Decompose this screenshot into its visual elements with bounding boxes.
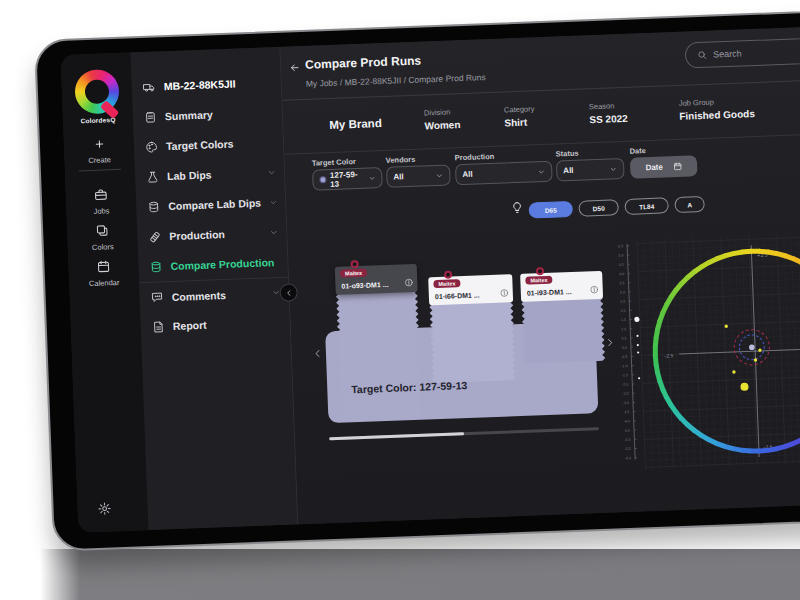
sidebar-item-label: Compare Lab Dips [168,197,261,212]
illuminant-d50-button[interactable]: D50 [578,199,619,216]
main-content: Compare Prod Runs My Jobs / MB-22-88K5JI… [280,24,800,524]
production-run-swatch [429,301,516,383]
scroll-right-arrow[interactable] [604,336,616,348]
info-icon[interactable] [404,278,413,287]
rail-item-jobs[interactable]: Jobs [66,186,137,217]
status-dropdown[interactable]: All [556,158,625,182]
filter-label-date: Date [629,146,646,156]
svg-text:1.5: 1.5 [621,318,626,322]
briefcase-icon [94,187,109,202]
svg-text:4.5: 4.5 [619,263,624,267]
svg-text:-6.0: -6.0 [625,456,631,460]
svg-text:2.5: 2.5 [620,300,625,304]
svg-text:2.0: 2.0 [620,309,625,313]
create-button[interactable]: Create [64,134,135,166]
svg-text:-4.0: -4.0 [623,419,629,423]
tablet-device: ColordesQ Create Jobs Colors Calendar [34,7,800,552]
vendors-dropdown[interactable]: All [386,164,451,187]
production-card-1[interactable]: Maitex 01-o93-DM1 ... [335,264,418,295]
rail-item-label: Jobs [66,205,136,217]
palette-icon [145,140,158,153]
layers-icon [147,200,160,213]
sidebar-item-label: Comments [171,288,226,302]
svg-text:-2.0: -2.0 [622,382,628,386]
filter-label-production: Production [455,152,495,162]
filter-label-status: Status [555,149,578,159]
chevron-down-icon [269,197,278,206]
comment-icon [150,290,163,303]
svg-text:-3.5: -3.5 [623,410,629,414]
svg-text:3.0: 3.0 [620,290,625,294]
svg-text:-0.5: -0.5 [621,355,627,359]
date-picker-button[interactable]: Date [630,155,698,178]
create-label: Create [64,154,134,166]
sidebar-item-label: Production [169,228,225,242]
dropdown-value: 127-59-13 [330,169,365,188]
search-icon [697,50,707,60]
scroll-left-arrow[interactable] [312,347,324,359]
target-color-dropdown[interactable]: 127-59-13 [312,167,383,191]
rail-item-colors[interactable]: Colors [67,222,138,253]
settings-gear-icon[interactable] [97,501,112,516]
illuminant-a-button[interactable]: A [674,196,705,213]
field-value: SS 2022 [589,113,628,125]
field-label: Category [504,104,535,114]
info-icon[interactable] [500,288,509,297]
svg-text:0.0: 0.0 [622,346,627,350]
app-logo[interactable] [74,69,120,115]
rail-divider [79,169,121,172]
svg-text:0.5: 0.5 [621,336,626,340]
svg-text:-1.0: -1.0 [621,364,627,368]
field-value: Women [424,119,460,131]
vendor-badge: Maitex [525,276,552,285]
field-label: Job Group [679,98,714,108]
rail-item-label: Calendar [69,277,139,289]
page-title: Compare Prod Runs [305,53,421,71]
sidebar-item-label: Compare Production [170,256,274,272]
svg-text:5.5: 5.5 [618,244,623,248]
chevron-down-icon [368,174,376,182]
layers-icon [149,260,162,273]
svg-text:1.0: 1.0 [621,327,626,331]
calendar-icon [96,259,111,274]
swatch-scrollbar[interactable] [329,427,599,440]
sidebar-item-report[interactable]: Report [140,307,290,343]
svg-text:-1.5: -1.5 [622,373,628,377]
chevron-left-icon [284,288,293,297]
production-dropdown[interactable]: All [455,161,553,186]
chevron-down-icon [435,171,443,179]
vendor-badge: Maitex [340,269,367,278]
table-surface [40,549,800,600]
svg-text:-3.0: -3.0 [623,401,629,405]
back-arrow-icon[interactable] [289,62,300,73]
production-run-swatch [521,298,605,364]
rail-item-calendar[interactable]: Calendar [68,258,139,289]
svg-text:5.0: 5.0 [618,253,623,257]
swatch-icon [95,223,110,238]
app-name: ColordesQ [63,115,133,125]
scrollbar-thumb[interactable] [329,432,464,440]
illuminant-d65-button[interactable]: D65 [528,201,573,219]
field-value: Finished Goods [679,108,755,122]
chevron-down-icon [269,227,278,236]
calendar-icon [673,162,682,171]
info-icon[interactable] [590,285,599,294]
clipboard-icon [144,110,157,123]
scene: ColordesQ Create Jobs Colors Calendar [0,0,800,600]
dropdown-value: All [462,170,473,179]
dropdown-value: All [563,166,574,175]
svg-text:-5.5: -5.5 [624,447,630,451]
search-input[interactable]: Search [685,36,800,69]
plus-icon [93,138,104,149]
color-dot [319,176,326,183]
illuminant-tl84-button[interactable]: TL84 [624,197,669,215]
production-card-3[interactable]: Maitex 01-i93-DM1 ... [520,271,603,302]
svg-text:-5.0: -5.0 [624,438,630,442]
svg-text:3.5: 3.5 [619,281,624,285]
search-placeholder: Search [713,48,742,59]
production-card-2[interactable]: Maitex 01-i66-DM1 ... [428,274,513,305]
dropdown-value: All [393,172,404,181]
run-name: 01-i66-DM1 ... [435,291,480,300]
app-screen: ColordesQ Create Jobs Colors Calendar [61,24,800,533]
vendor-badge: Maitex [433,279,460,288]
